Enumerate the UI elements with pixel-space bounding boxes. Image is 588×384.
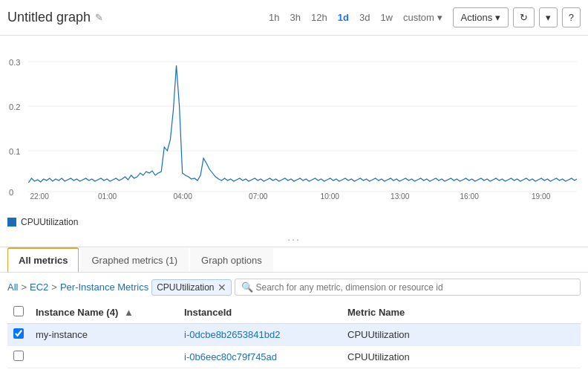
time-3h[interactable]: 3h	[287, 10, 304, 25]
svg-text:0.1: 0.1	[9, 147, 21, 156]
row-check-1[interactable]	[7, 324, 30, 346]
time-custom[interactable]: custom ▾	[400, 10, 445, 25]
refresh-icon: ↻	[520, 12, 528, 23]
actions-label: Actions ▾	[461, 12, 500, 23]
svg-text:07:00: 07:00	[249, 192, 268, 199]
breadcrumb-ec2[interactable]: EC2	[30, 282, 48, 293]
time-1h[interactable]: 1h	[266, 10, 282, 25]
legend-label: CPUUtilization	[21, 217, 78, 227]
time-12h[interactable]: 12h	[308, 10, 330, 25]
breadcrumb-sep-2: >	[51, 282, 57, 293]
dropdown-icon: ▾	[546, 12, 551, 23]
actions-button[interactable]: Actions ▾	[453, 7, 509, 27]
row-metric-name-2: CPUUtilization	[342, 346, 581, 368]
col-header-check	[7, 302, 30, 324]
sort-icon-name: ▲	[124, 307, 134, 318]
time-1d[interactable]: 1d	[335, 10, 352, 25]
svg-text:01:00: 01:00	[98, 192, 117, 199]
table-row[interactable]: i-0b6eec80c79f745ad CPUUtilization	[7, 346, 581, 368]
col-header-instance-name[interactable]: Instance Name (4) ▲	[30, 302, 178, 324]
row-checkbox-1[interactable]	[13, 328, 24, 339]
time-3d[interactable]: 3d	[356, 10, 373, 25]
search-icon: 🔍	[241, 282, 253, 293]
row-metric-name-1: CPUUtilization	[342, 324, 581, 346]
chart-line	[28, 65, 576, 183]
svg-text:13:00: 13:00	[391, 192, 410, 199]
refresh-button[interactable]: ↻	[513, 7, 535, 27]
breadcrumb-per-instance[interactable]: Per-Instance Metrics	[60, 282, 148, 293]
row-instance-name-2	[30, 346, 178, 368]
tab-all-metrics[interactable]: All metrics	[7, 247, 79, 272]
breadcrumb-filter-row: All > EC2 > Per-Instance Metrics CPUUtil…	[7, 279, 581, 296]
col-header-instance-id: InstanceId	[178, 302, 342, 324]
svg-text:16:00: 16:00	[460, 192, 479, 199]
svg-text:0: 0	[9, 188, 13, 197]
table-header-row: Instance Name (4) ▲ InstanceId Metric Na…	[7, 302, 581, 324]
chart-area: 0.3 0.2 0.1 0 22:00 01:00 04:00 07:00 10…	[0, 36, 588, 214]
search-input[interactable]	[256, 282, 575, 293]
metrics-panel: All > EC2 > Per-Instance Metrics CPUUtil…	[0, 272, 588, 374]
chart-svg: 0.3 0.2 0.1 0 22:00 01:00 04:00 07:00 10…	[7, 43, 581, 199]
tab-graphed-metrics[interactable]: Graphed metrics (1)	[80, 248, 189, 272]
table-row[interactable]: my-instance i-0dcbe8b2653841bd2 CPUUtili…	[7, 324, 581, 346]
breadcrumb-sep-1: >	[21, 282, 27, 293]
dropdown-button[interactable]: ▾	[539, 7, 558, 27]
row-check-2[interactable]	[7, 346, 30, 368]
svg-text:0.3: 0.3	[9, 58, 21, 67]
search-box: 🔍	[235, 279, 581, 296]
time-1w[interactable]: 1w	[377, 10, 396, 25]
legend-color-box	[7, 218, 16, 227]
svg-text:19:00: 19:00	[532, 192, 551, 199]
row-instance-id-1: i-0dcbe8b2653841bd2	[178, 324, 342, 346]
svg-text:0.2: 0.2	[9, 102, 21, 111]
filter-tag-label: CPUUtilization	[157, 282, 214, 293]
col-header-metric-name: Metric Name	[342, 302, 581, 324]
help-button[interactable]: ?	[562, 7, 581, 27]
filter-tag-cpu: CPUUtilization ✕	[151, 279, 231, 296]
graph-title: Untitled graph	[7, 10, 91, 25]
breadcrumb-all[interactable]: All	[7, 282, 18, 293]
metrics-table: Instance Name (4) ▲ InstanceId Metric Na…	[7, 302, 581, 368]
help-icon: ?	[569, 12, 574, 23]
time-controls: 1h 3h 12h 1d 3d 1w custom ▾	[266, 10, 445, 25]
tab-dots-indicator: ···	[0, 233, 588, 245]
svg-text:10:00: 10:00	[321, 192, 340, 199]
select-all-checkbox[interactable]	[13, 306, 24, 316]
row-instance-id-2: i-0b6eec80c79f745ad	[178, 346, 342, 368]
row-instance-name-1: my-instance	[30, 324, 178, 346]
chart-legend: CPUUtilization	[0, 214, 588, 233]
svg-text:22:00: 22:00	[30, 192, 49, 199]
filter-tag-remove[interactable]: ✕	[218, 282, 226, 293]
tab-graph-options[interactable]: Graph options	[190, 248, 273, 272]
svg-text:04:00: 04:00	[173, 192, 192, 199]
tabs-container: All metrics Graphed metrics (1) Graph op…	[0, 247, 588, 272]
header-actions: Actions ▾ ↻ ▾ ?	[453, 7, 581, 27]
row-checkbox-2[interactable]	[13, 351, 24, 361]
page-header: Untitled graph ✎ 1h 3h 12h 1d 3d 1w cust…	[0, 0, 588, 36]
edit-title-icon[interactable]: ✎	[95, 12, 103, 23]
